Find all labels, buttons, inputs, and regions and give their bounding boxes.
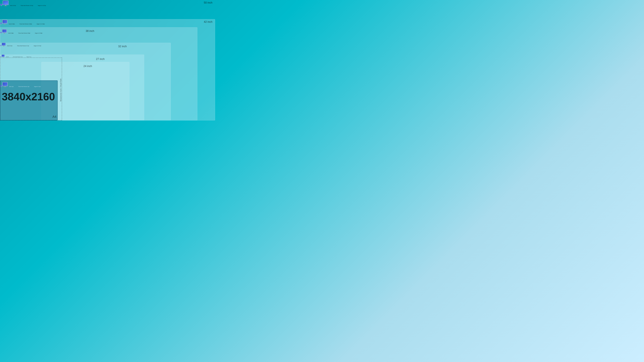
row1-arial-label: Arial 13.07pt bbox=[10, 5, 16, 6]
monitor-icon-small-2 bbox=[0, 22, 2, 24]
monitor-row-5: Arial pt Times New Roman 5.7pt Segoe UI … bbox=[0, 55, 31, 57]
label-32inch: 32 inch bbox=[118, 45, 127, 48]
monitor-icon-large-5 bbox=[2, 55, 4, 57]
row6-times-label: Times Now Roman 12pt bbox=[18, 86, 30, 87]
monitor-icon-large-2 bbox=[2, 20, 8, 24]
label-38inch: 38 inch bbox=[86, 29, 94, 33]
visual-field-label: Визуальное поле / Visual Field bbox=[60, 62, 62, 118]
row4-arial-label: Arial 6.07pt bbox=[7, 45, 12, 46]
row5-arial-label: Arial pt bbox=[6, 56, 9, 57]
label-42inch: 42 inch bbox=[204, 20, 212, 23]
monitor-icon-small-4 bbox=[0, 45, 2, 46]
row4-times-label: Times New Roman 6.17pt bbox=[17, 45, 29, 46]
row2-times-label: Times New Roman 10.08pt bbox=[19, 23, 32, 24]
row3-arial-label: Arial 9.08pt bbox=[8, 33, 14, 34]
label-27inch: 27 inch bbox=[96, 57, 104, 61]
row5-segoe-label: Segoe UI pt bbox=[26, 56, 31, 57]
monitor-icon-small-5 bbox=[0, 56, 1, 57]
row6-segoe-label: Segoe UI 12pt bbox=[34, 86, 40, 87]
row1-segoe-label: Segoe UI 13.07pt bbox=[38, 5, 46, 6]
row5-times-label: Times New Roman 5.7pt bbox=[13, 56, 22, 57]
monitor-row-2: Arial 10.08pt Times New Roman 10.08pt Se… bbox=[0, 20, 44, 24]
label-50inch: 50 inch bbox=[204, 1, 212, 4]
row1-times-label: Times New Roman 13.07pt bbox=[20, 5, 33, 6]
monitor-row-6: Arial 12pt Times Now Roman 12pt Segoe UI… bbox=[0, 82, 40, 87]
dashed-boundary-box bbox=[0, 57, 62, 120]
monitor-icon-small-1 bbox=[0, 4, 2, 6]
monitor-icon-large-4 bbox=[2, 43, 6, 46]
row2-segoe-label: Segoe UI 10.08pt bbox=[37, 23, 45, 24]
row3-times-label: Times New Roman 9.08pt bbox=[18, 33, 30, 34]
monitor-icon-large-6 bbox=[2, 82, 8, 87]
monitor-row-3: Arial 9.08pt Times New Roman 9.08pt Sego… bbox=[0, 29, 42, 34]
monitor-row-1: Arial 13.07pt Times New Roman 13.07pt Se… bbox=[0, 0, 46, 6]
row6-arial-label: Arial 12pt bbox=[9, 86, 14, 87]
resolution-display: 3840x2160 bbox=[2, 91, 55, 103]
monitor-row-4: Arial 6.07pt Times New Roman 6.17pt Sego… bbox=[0, 43, 41, 46]
label-24inch: 24 inch bbox=[84, 65, 92, 68]
monitor-icon-large-3 bbox=[2, 29, 7, 34]
monitor-icon-small-6 bbox=[0, 85, 2, 87]
monitor-icon-small-3 bbox=[0, 32, 2, 34]
row2-arial-label: Arial 10.08pt bbox=[9, 23, 14, 24]
row4-segoe-label: Segoe UI 6.07pt bbox=[34, 45, 41, 46]
monitor-icon-large-1 bbox=[3, 0, 8, 6]
row3-segoe-label: Segoe UI 9.08pt bbox=[35, 33, 42, 34]
a4-label: A4 bbox=[52, 115, 56, 119]
